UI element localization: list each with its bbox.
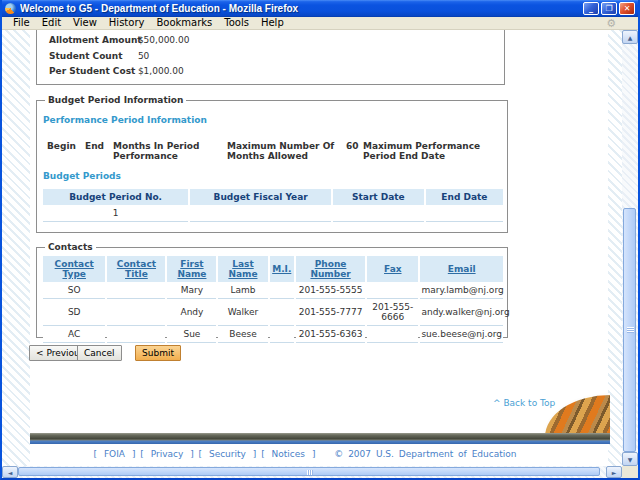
end-label: End xyxy=(85,141,104,151)
max-performance-end-label: Maximum Performance Period End Date xyxy=(363,141,513,161)
table-cell: Andy xyxy=(167,299,216,326)
vertical-scrollbar[interactable]: ▲ ▼ xyxy=(622,30,638,466)
bracket: [ xyxy=(199,449,203,459)
bracket: ] xyxy=(312,449,316,459)
summary-row: Student Count 50 xyxy=(49,51,149,61)
fax-sort-link[interactable]: Fax xyxy=(384,264,402,274)
table-cell xyxy=(367,326,418,343)
contacts-fieldset: Contacts Contact Type Contact Title Firs… xyxy=(36,247,508,338)
menu-file[interactable]: File xyxy=(7,17,36,29)
scroll-up-arrow-icon[interactable]: ▲ xyxy=(622,30,638,44)
bracket: [ xyxy=(261,449,265,459)
table-cell: sue.beese@nj.org xyxy=(420,326,503,343)
horizontal-scrollbar[interactable]: ◄ ► xyxy=(2,466,622,478)
mi-sort-link[interactable]: M.I. xyxy=(272,264,291,274)
begin-label: Begin xyxy=(47,141,76,151)
allotment-amount-label: Allotment Amount xyxy=(49,35,135,45)
start-date-header: Start Date xyxy=(333,189,424,205)
scroll-left-arrow-icon[interactable]: ◄ xyxy=(2,466,18,478)
per-student-cost-value: $1,000.00 xyxy=(138,66,184,76)
student-count-label: Student Count xyxy=(49,51,135,61)
scroll-down-arrow-icon[interactable]: ▼ xyxy=(622,452,638,466)
table-cell xyxy=(270,299,295,326)
firefox-icon xyxy=(5,3,16,14)
left-margin-pattern xyxy=(2,30,30,466)
budget-fiscal-year-header: Budget Fiscal Year xyxy=(190,189,331,205)
browser-window: Welcome to G5 - Department of Education … xyxy=(0,0,640,480)
submit-button[interactable]: Submit xyxy=(135,345,181,361)
bracket: [ xyxy=(140,449,144,459)
per-student-cost-label: Per Student Cost xyxy=(49,66,135,76)
table-cell xyxy=(270,282,295,299)
foia-link[interactable]: FOIA xyxy=(102,449,127,459)
table-cell xyxy=(333,205,424,222)
horizontal-scrollbar-thumb[interactable] xyxy=(18,467,600,476)
max-months-label: Maximum Number Of Months Allowed xyxy=(227,141,339,161)
menu-history[interactable]: History xyxy=(103,17,151,29)
privacy-link[interactable]: Privacy xyxy=(149,449,186,459)
scroll-right-arrow-icon[interactable]: ► xyxy=(606,466,622,478)
table-row: 1 xyxy=(43,205,503,222)
contact-title-sort-link[interactable]: Contact Title xyxy=(117,259,156,279)
performance-period-heading: Performance Period Information xyxy=(43,115,207,125)
email-sort-link[interactable]: Email xyxy=(448,264,476,274)
budget-period-no-header: Budget Period No. xyxy=(43,189,188,205)
summary-row: Allotment Amount $50,000.00 xyxy=(49,35,189,45)
menu-bookmarks[interactable]: Bookmarks xyxy=(150,17,218,29)
menu-help[interactable]: Help xyxy=(255,17,290,29)
close-button[interactable]: ✕ xyxy=(619,2,635,15)
menu-edit[interactable]: Edit xyxy=(36,17,67,29)
table-cell xyxy=(107,299,165,326)
minimize-button[interactable]: _ xyxy=(583,2,599,15)
months-in-period-label: Months In Period Performance xyxy=(113,141,205,161)
budget-period-fieldset: Budget Period Information Performance Pe… xyxy=(36,100,508,233)
table-cell: andy.walker@nj.org xyxy=(420,299,503,326)
table-cell: Walker xyxy=(218,299,267,326)
table-cell xyxy=(426,205,503,222)
contact-type-sort-link[interactable]: Contact Type xyxy=(55,259,94,279)
security-link[interactable]: Security xyxy=(207,449,248,459)
table-cell: Beese xyxy=(218,326,267,343)
restore-button[interactable]: ❐ xyxy=(601,2,617,15)
back-to-top-link[interactable]: ^ Back to Top xyxy=(493,398,555,408)
table-cell: 1 xyxy=(43,205,188,222)
contacts-legend: Contacts xyxy=(45,242,96,253)
table-cell: mary.lamb@nj.org xyxy=(420,282,503,299)
table-row: SOMaryLamb201-555-5555mary.lamb@nj.org xyxy=(43,282,503,299)
table-row: SDAndyWalker201-555-7777201-555-6666andy… xyxy=(43,299,503,326)
table-cell: SD xyxy=(43,299,105,326)
phone-number-sort-link[interactable]: Phone Number xyxy=(310,259,350,279)
menu-bar: File Edit View History Bookmarks Tools H… xyxy=(2,17,638,30)
footer: [ FOIA ] [ Privacy ] [ Security ] [ Noti… xyxy=(2,449,608,459)
contacts-table: Contact Type Contact Title First Name La… xyxy=(41,256,505,343)
student-count-value: 50 xyxy=(138,51,149,61)
table-cell xyxy=(190,205,331,222)
menu-tools[interactable]: Tools xyxy=(218,17,255,29)
first-name-sort-link[interactable]: First Name xyxy=(177,259,206,279)
vertical-scrollbar-thumb[interactable] xyxy=(623,208,636,452)
title-bar: Welcome to G5 - Department of Education … xyxy=(2,0,638,17)
table-cell: 201-555-7777 xyxy=(296,299,365,326)
cancel-button[interactable]: Cancel xyxy=(77,345,122,361)
award-summary-fieldset: Allotment Amount $50,000.00 Student Coun… xyxy=(36,30,505,85)
bracket: ] xyxy=(253,449,257,459)
table-cell xyxy=(107,326,165,343)
table-cell xyxy=(367,282,418,299)
page-content: Allotment Amount $50,000.00 Student Coun… xyxy=(2,30,622,466)
scrollbar-corner xyxy=(622,466,638,478)
table-cell: Sue xyxy=(167,326,216,343)
table-cell: Mary xyxy=(167,282,216,299)
budget-periods-table: Budget Period No. Budget Fiscal Year Sta… xyxy=(41,189,505,222)
last-name-sort-link[interactable]: Last Name xyxy=(228,259,257,279)
menu-view[interactable]: View xyxy=(67,17,103,29)
table-cell xyxy=(107,282,165,299)
end-date-header: End Date xyxy=(426,189,503,205)
max-months-value: 60 xyxy=(346,141,359,151)
bracket: [ xyxy=(94,449,98,459)
allotment-amount-value: $50,000.00 xyxy=(138,35,190,45)
notices-link[interactable]: Notices xyxy=(270,449,307,459)
footer-divider-bar xyxy=(30,433,610,444)
budget-periods-heading: Budget Periods xyxy=(43,171,121,181)
table-cell: Lamb xyxy=(218,282,267,299)
table-cell: 201-555-5555 xyxy=(296,282,365,299)
